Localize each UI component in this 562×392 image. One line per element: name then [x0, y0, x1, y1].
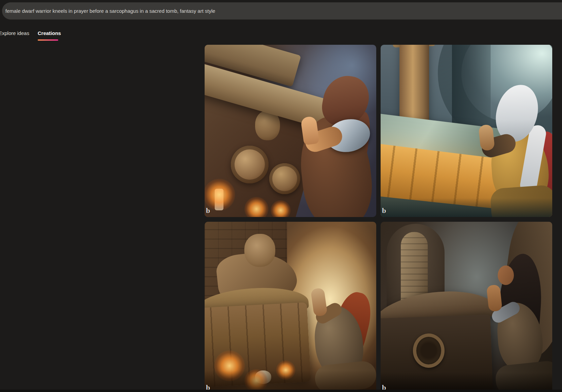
sarcophagus-body-shape	[205, 302, 311, 387]
generated-image-1[interactable]: b	[205, 45, 376, 217]
carved-disc-shape	[269, 163, 300, 194]
tab-explore-ideas[interactable]: Explore ideas	[0, 30, 29, 36]
candle-glow	[244, 369, 268, 392]
figure-face-shape	[498, 265, 514, 285]
skull-shape	[255, 370, 271, 384]
praying-hands-shape	[310, 288, 327, 317]
praying-hands-shape	[486, 284, 502, 312]
carved-disc-shape	[231, 146, 269, 183]
bing-watermark: b	[382, 207, 386, 214]
sphinx-head-shape	[244, 234, 275, 267]
figure-legs-shape	[494, 360, 552, 392]
candle-glow	[214, 350, 245, 381]
bing-watermark: b	[206, 207, 210, 214]
tab-creations[interactable]: Creations	[38, 30, 61, 36]
prompt-bar	[2, 2, 562, 20]
candle-glow	[205, 179, 235, 211]
window-bottom-edge	[0, 390, 562, 392]
figure-legs-shape	[490, 184, 552, 217]
generated-image-2[interactable]: b	[381, 45, 552, 217]
sarcophagus-base-shape	[381, 195, 529, 217]
ring-handle-shape	[413, 333, 445, 368]
candle-glow	[276, 360, 295, 380]
active-tab-underline	[38, 39, 58, 41]
generated-image-4[interactable]: b	[381, 222, 552, 392]
prompt-input[interactable]	[2, 2, 562, 20]
generated-image-3[interactable]: b	[205, 222, 376, 392]
